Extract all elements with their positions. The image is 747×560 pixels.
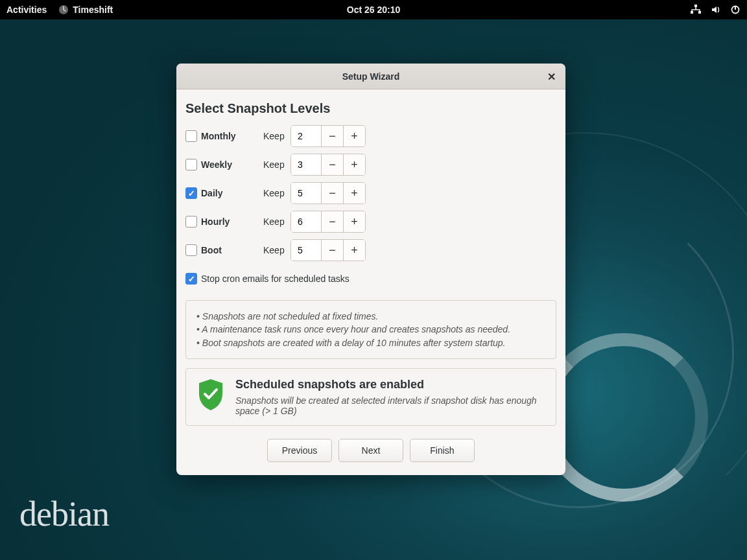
keep-label: Keep (263, 131, 287, 141)
app-menu[interactable]: Timeshift (58, 5, 113, 15)
info-line: • A maintenance task runs once every hou… (196, 323, 545, 336)
decrement-button[interactable]: − (321, 183, 343, 204)
status-description: Snapshots will be created at selected in… (235, 395, 545, 416)
timeshift-icon (58, 5, 69, 15)
debian-logo-text: debian (19, 494, 109, 534)
setup-wizard-window: Setup Wizard ✕ Select Snapshot Levels Mo… (176, 64, 565, 475)
increment-button[interactable]: + (343, 240, 365, 261)
level-row-monthly: MonthlyKeep−+ (185, 125, 556, 147)
shield-check-icon (196, 378, 225, 412)
svg-rect-2 (691, 11, 693, 14)
info-box: • Snapshots are not scheduled at fixed t… (185, 300, 556, 359)
keep-label: Keep (263, 188, 287, 198)
level-checkbox-monthly[interactable] (185, 130, 197, 142)
level-label: Weekly (201, 159, 259, 170)
level-checkbox-daily[interactable] (185, 187, 197, 199)
close-icon[interactable]: ✕ (543, 69, 559, 84)
keep-input[interactable] (291, 240, 321, 261)
keep-spinbutton-monthly: −+ (290, 125, 366, 147)
stop-cron-checkbox[interactable] (185, 273, 197, 285)
finish-button[interactable]: Finish (410, 439, 475, 462)
svg-rect-3 (698, 11, 701, 14)
level-checkbox-hourly[interactable] (185, 216, 197, 228)
increment-button[interactable]: + (343, 154, 365, 175)
keep-spinbutton-hourly: −+ (290, 211, 366, 233)
increment-button[interactable]: + (343, 211, 365, 232)
keep-input[interactable] (291, 211, 321, 232)
decrement-button[interactable]: − (321, 240, 343, 261)
window-title: Setup Wizard (342, 71, 400, 82)
level-checkbox-weekly[interactable] (185, 159, 197, 170)
info-line: • Boot snapshots are created with a dela… (196, 336, 545, 349)
info-line: • Snapshots are not scheduled at fixed t… (196, 310, 545, 323)
topbar-clock[interactable]: Oct 26 20:10 (347, 5, 401, 15)
status-box: Scheduled snapshots are enabled Snapshot… (185, 368, 556, 426)
svg-rect-1 (694, 5, 697, 7)
app-menu-label: Timeshift (73, 5, 113, 15)
decrement-button[interactable]: − (321, 126, 343, 146)
power-icon[interactable] (730, 5, 741, 15)
increment-button[interactable]: + (343, 183, 365, 204)
keep-label: Keep (263, 216, 287, 227)
level-row-daily: DailyKeep−+ (185, 182, 556, 204)
wizard-footer: Previous Next Finish (185, 435, 556, 463)
keep-input[interactable] (291, 183, 321, 204)
network-icon[interactable] (690, 4, 702, 16)
keep-input[interactable] (291, 154, 321, 175)
keep-input[interactable] (291, 126, 321, 146)
page-heading: Select Snapshot Levels (185, 101, 556, 116)
keep-label: Keep (263, 245, 287, 255)
window-titlebar[interactable]: Setup Wizard ✕ (176, 64, 565, 89)
keep-spinbutton-weekly: −+ (290, 154, 366, 176)
keep-spinbutton-boot: −+ (290, 239, 366, 261)
status-title: Scheduled snapshots are enabled (235, 378, 545, 391)
level-label: Boot (201, 245, 259, 255)
keep-spinbutton-daily: −+ (290, 182, 366, 204)
level-checkbox-boot[interactable] (185, 244, 197, 256)
level-label: Daily (201, 188, 259, 198)
snapshot-levels-list: MonthlyKeep−+WeeklyKeep−+DailyKeep−+Hour… (185, 125, 556, 261)
level-label: Hourly (201, 216, 259, 227)
decrement-button[interactable]: − (321, 154, 343, 175)
gnome-topbar: Activities Timeshift Oct 26 20:10 (0, 0, 747, 19)
level-label: Monthly (201, 131, 259, 141)
stop-cron-label: Stop cron emails for scheduled tasks (201, 274, 350, 284)
keep-label: Keep (263, 159, 287, 170)
activities-button[interactable]: Activities (6, 5, 47, 15)
level-row-weekly: WeeklyKeep−+ (185, 154, 556, 176)
decrement-button[interactable]: − (321, 211, 343, 232)
level-row-hourly: HourlyKeep−+ (185, 211, 556, 233)
increment-button[interactable]: + (343, 126, 365, 146)
volume-icon[interactable] (711, 5, 721, 15)
next-button[interactable]: Next (338, 439, 403, 462)
level-row-boot: BootKeep−+ (185, 239, 556, 261)
previous-button[interactable]: Previous (267, 439, 332, 462)
